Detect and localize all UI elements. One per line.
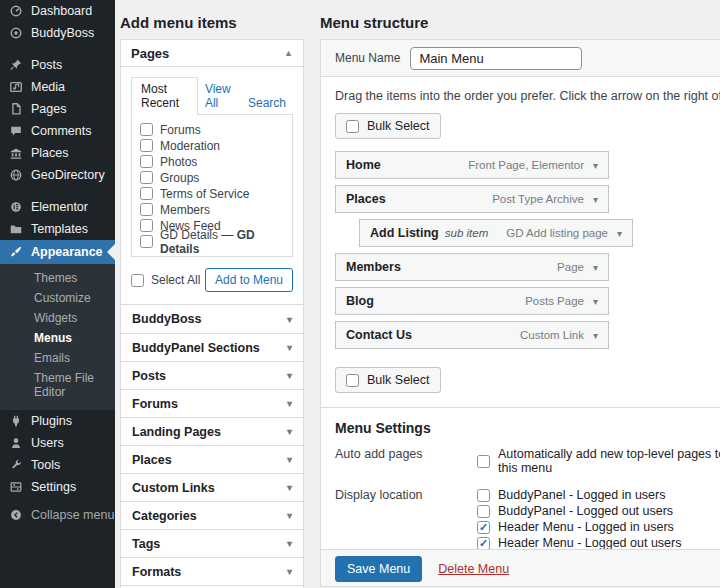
submenu-item-theme-file-editor[interactable]: Theme File Editor (0, 368, 115, 402)
sidebar-item-pages[interactable]: Pages (0, 98, 115, 120)
checkbox[interactable] (140, 203, 153, 216)
accordion-places[interactable]: Places▾ (121, 445, 303, 473)
submenu-item-widgets[interactable]: Widgets (0, 308, 115, 328)
menu-item-home[interactable]: Home Front Page, Elementor▾ (335, 151, 609, 179)
checkbox[interactable] (140, 171, 153, 184)
checkbox[interactable] (477, 505, 490, 518)
accordion-custom-links[interactable]: Custom Links▾ (121, 473, 303, 501)
sidebar-item-settings[interactable]: Settings (0, 476, 115, 498)
checkbox[interactable] (140, 155, 153, 168)
delete-menu-link[interactable]: Delete Menu (438, 562, 509, 576)
sidebar-item-tools[interactable]: Tools (0, 454, 115, 476)
menu-item-blog[interactable]: Blog Posts Page▾ (335, 287, 609, 315)
wrench-icon (9, 458, 23, 472)
sidebar-item-dashboard[interactable]: Dashboard (0, 0, 115, 22)
pages-tabs: Most Recent View All Search (131, 77, 293, 114)
sidebar-item-label: BuddyBoss (31, 26, 94, 40)
menu-item-places[interactable]: Places Post Type Archive▾ (335, 185, 609, 213)
submenu-item-themes[interactable]: Themes (0, 268, 115, 288)
checkbox[interactable] (140, 139, 153, 152)
accordion-posts[interactable]: Posts▾ (121, 361, 303, 389)
menu-item-contact-us[interactable]: Contact Us Custom Link▾ (335, 321, 609, 349)
accordion-buddypanel-sections[interactable]: BuddyPanel Sections▾ (121, 333, 303, 361)
checkbox[interactable] (477, 489, 490, 502)
select-all-label: Select All (151, 273, 200, 287)
menu-actions-footer: Save Menu Delete Menu (321, 549, 720, 587)
bulk-select-label: Bulk Select (367, 119, 430, 133)
auto-add-pages-option[interactable]: Automatically add new top-level pages to… (477, 447, 720, 475)
chevron-down-icon[interactable]: ▾ (593, 296, 598, 307)
accordion-tags[interactable]: Tags▾ (121, 529, 303, 557)
accordion-formats[interactable]: Formats▾ (121, 557, 303, 585)
accordion-buddyboss[interactable]: BuddyBoss▾ (121, 305, 303, 333)
bulk-select-checkbox[interactable] (346, 120, 359, 133)
chevron-down-icon[interactable]: ▾ (593, 194, 598, 205)
sidebar-item-appearance[interactable]: Appearance (0, 240, 115, 264)
menu-item-members[interactable]: Members Page▾ (335, 253, 609, 281)
collapse-menu-button[interactable]: Collapse menu (0, 504, 115, 526)
bulk-select-toggle-top[interactable]: Bulk Select (335, 113, 441, 139)
accordion-categories[interactable]: Categories▾ (121, 501, 303, 529)
accordion-landing-pages[interactable]: Landing Pages▾ (121, 417, 303, 445)
checkbox[interactable] (477, 455, 490, 468)
pages-icon (9, 102, 23, 116)
sidebar-separator (0, 186, 115, 196)
pages-panel: Pages ▲ Most Recent View All Search Foru… (120, 39, 304, 305)
submenu-item-menus[interactable]: Menus (0, 328, 115, 348)
sidebar-item-label: Places (31, 146, 69, 160)
save-menu-button[interactable]: Save Menu (335, 556, 422, 582)
chevron-down-icon[interactable]: ▾ (593, 330, 598, 341)
checkbox[interactable] (140, 235, 153, 248)
pages-checklist: Forums Moderation Photos Groups (131, 114, 293, 257)
tab-search[interactable]: Search (241, 92, 293, 114)
submenu-item-emails[interactable]: Emails (0, 348, 115, 368)
collapse-panel-icon[interactable]: ▲ (284, 48, 293, 58)
location-buddypanel-logged-in[interactable]: BuddyPanel - Logged in users (477, 488, 681, 502)
bulk-select-checkbox[interactable] (346, 374, 359, 387)
menu-structure-title: Menu structure (320, 14, 720, 31)
sidebar-item-buddyboss[interactable]: BuddyBoss (0, 22, 115, 44)
auto-add-pages-setting: Auto add pages Automatically add new top… (335, 447, 720, 477)
sidebar-item-elementor[interactable]: Elementor (0, 196, 115, 218)
elementor-icon (9, 200, 23, 214)
checkbox[interactable] (477, 537, 490, 550)
chevron-down-icon[interactable]: ▾ (617, 228, 622, 239)
location-header-menu-logged-out[interactable]: Header Menu - Logged out users (477, 536, 681, 550)
accordion-forums[interactable]: Forums▾ (121, 389, 303, 417)
chevron-down-icon[interactable]: ▾ (593, 160, 598, 171)
checkbox[interactable] (140, 219, 153, 232)
sidebar-item-comments[interactable]: Comments (0, 120, 115, 142)
sidebar-item-media[interactable]: Media (0, 76, 115, 98)
chevron-down-icon: ▾ (287, 314, 292, 325)
select-all-control[interactable]: Select All (131, 273, 200, 287)
tab-most-recent[interactable]: Most Recent (131, 77, 198, 115)
page-item-label: Forums (160, 123, 201, 137)
page-item-label: Members (160, 203, 210, 217)
sidebar-item-users[interactable]: Users (0, 432, 115, 454)
menu-name-input[interactable] (410, 47, 582, 70)
settings-icon (9, 480, 23, 494)
sidebar-item-geodirectory[interactable]: GeoDirectory (0, 164, 115, 186)
select-all-checkbox[interactable] (131, 274, 144, 287)
sidebar-item-label: Elementor (31, 200, 88, 214)
add-to-menu-button[interactable]: Add to Menu (205, 268, 293, 292)
submenu-item-customize[interactable]: Customize (0, 288, 115, 308)
sidebar-item-plugins[interactable]: Plugins (0, 410, 115, 432)
location-buddypanel-logged-out[interactable]: BuddyPanel - Logged out users (477, 504, 681, 518)
pages-panel-header[interactable]: Pages ▲ (121, 40, 303, 67)
bulk-select-toggle-bottom[interactable]: Bulk Select (335, 367, 441, 393)
checkbox[interactable] (477, 521, 490, 534)
chevron-down-icon[interactable]: ▾ (593, 262, 598, 273)
checkbox[interactable] (140, 123, 153, 136)
location-header-menu-logged-in[interactable]: Header Menu - Logged in users (477, 520, 681, 534)
chevron-down-icon: ▾ (287, 370, 292, 381)
checkbox[interactable] (140, 187, 153, 200)
user-icon (9, 436, 23, 450)
menu-structure-body: Drag the items into the order you prefer… (321, 77, 720, 587)
sidebar-item-templates[interactable]: Templates (0, 218, 115, 240)
menu-item-add-listing[interactable]: Add Listing sub item GD Add listing page… (359, 219, 633, 247)
tab-view-all[interactable]: View All (198, 78, 241, 114)
sidebar-item-label: Templates (31, 222, 88, 236)
sidebar-item-posts[interactable]: Posts (0, 54, 115, 76)
sidebar-item-places[interactable]: Places (0, 142, 115, 164)
